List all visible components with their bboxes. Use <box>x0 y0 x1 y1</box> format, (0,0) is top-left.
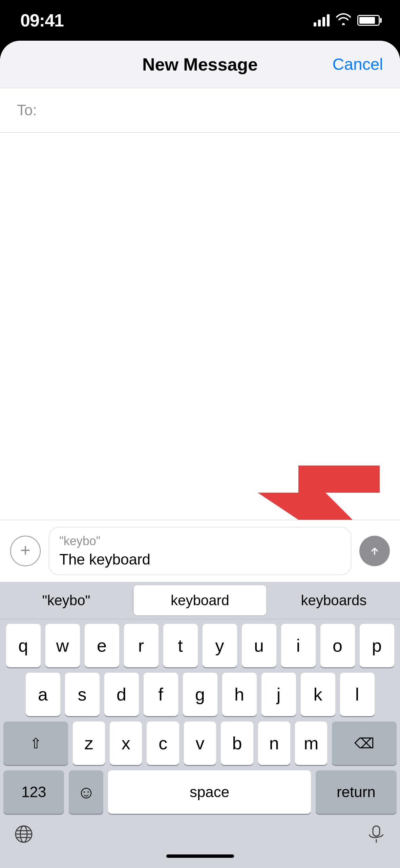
plus-icon: + <box>20 541 30 559</box>
compose-title: New Message <box>71 54 329 75</box>
key-p[interactable]: p <box>360 624 394 667</box>
key-row-1: q w e r t y u i o p <box>3 624 397 667</box>
key-o[interactable]: o <box>320 624 355 667</box>
numbers-key[interactable]: 123 <box>3 770 64 814</box>
key-g[interactable]: g <box>183 673 217 716</box>
to-label: To: <box>17 102 37 119</box>
delete-key[interactable]: ⌫ <box>332 722 397 765</box>
key-s[interactable]: s <box>65 673 100 716</box>
key-v[interactable]: v <box>184 722 216 765</box>
key-y[interactable]: y <box>203 624 237 667</box>
status-time: 09:41 <box>20 10 64 31</box>
keyboard-bottom-bar <box>0 819 400 851</box>
return-key[interactable]: return <box>316 770 397 814</box>
subject-placeholder: "keybo" <box>59 534 341 548</box>
key-d[interactable]: d <box>104 673 139 716</box>
battery-icon <box>357 15 380 26</box>
wifi-icon <box>336 13 351 28</box>
key-a[interactable]: a <box>26 673 60 716</box>
key-j[interactable]: j <box>261 673 296 716</box>
status-bar: 09:41 <box>0 0 400 41</box>
space-key[interactable]: space <box>108 770 311 814</box>
key-row-2: a s d f g h j k l <box>3 673 397 716</box>
signal-icon <box>314 14 330 26</box>
key-u[interactable]: u <box>242 624 276 667</box>
compose-text-input[interactable] <box>59 551 341 568</box>
key-row-4: 123 ☺ space return <box>3 770 397 814</box>
key-i[interactable]: i <box>281 624 316 667</box>
to-input[interactable] <box>40 102 383 119</box>
key-q[interactable]: q <box>6 624 41 667</box>
emoji-key[interactable]: ☺ <box>69 770 103 814</box>
keyboard-rows: q w e r t y u i o p a s d f g h j <box>0 619 400 814</box>
add-attachment-button[interactable]: + <box>10 536 41 566</box>
home-bar <box>166 854 234 858</box>
cancel-button[interactable]: Cancel <box>329 55 383 74</box>
globe-icon-button[interactable] <box>10 824 37 844</box>
key-h[interactable]: h <box>222 673 257 716</box>
compose-text-wrapper: "keybo" <box>49 527 351 575</box>
autocomplete-left[interactable]: "keybo" <box>0 582 132 619</box>
home-indicator <box>0 851 400 868</box>
key-w[interactable]: w <box>45 624 80 667</box>
key-e[interactable]: e <box>85 624 119 667</box>
key-t[interactable]: t <box>163 624 198 667</box>
keyboard: "keybo" keyboard keyboards q w e r t y u… <box>0 582 400 868</box>
key-c[interactable]: c <box>147 722 179 765</box>
app-container: New Message Cancel To: + "keybo" <box>0 41 400 868</box>
key-r[interactable]: r <box>124 624 159 667</box>
key-x[interactable]: x <box>110 722 142 765</box>
compose-area-wrapper: + "keybo" <box>0 520 400 582</box>
key-b[interactable]: b <box>221 722 253 765</box>
shift-key[interactable]: ⇧ <box>3 722 68 765</box>
key-row-3: ⇧ z x c v b n m ⌫ <box>3 722 397 765</box>
autocomplete-bar: "keybo" keyboard keyboards <box>0 582 400 619</box>
autocomplete-middle[interactable]: keyboard <box>134 585 266 615</box>
key-n[interactable]: n <box>258 722 290 765</box>
key-m[interactable]: m <box>295 722 327 765</box>
key-l[interactable]: l <box>340 673 375 716</box>
key-f[interactable]: f <box>144 673 178 716</box>
key-z[interactable]: z <box>73 722 105 765</box>
status-icons <box>314 13 380 28</box>
svg-rect-8 <box>373 826 380 836</box>
compose-header: New Message Cancel <box>0 41 400 88</box>
send-button[interactable] <box>359 536 390 566</box>
autocomplete-right[interactable]: keyboards <box>268 582 400 619</box>
key-k[interactable]: k <box>301 673 335 716</box>
to-field[interactable]: To: <box>0 88 400 133</box>
mic-icon-button[interactable] <box>363 824 390 844</box>
compose-area: + "keybo" <box>0 520 400 582</box>
message-body[interactable] <box>0 133 400 520</box>
